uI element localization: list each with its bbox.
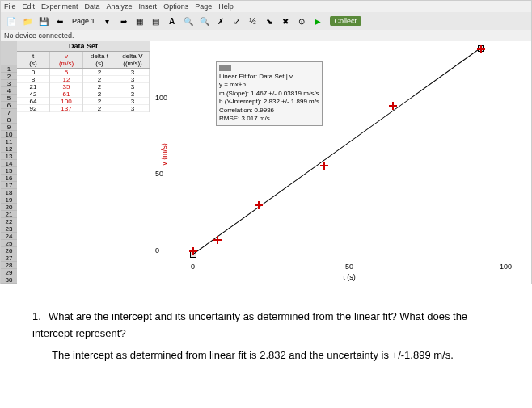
collect-button[interactable]: Collect xyxy=(330,16,362,26)
table-cell[interactable]: 21 xyxy=(17,83,49,90)
row-number[interactable]: 21 xyxy=(1,211,17,218)
table-cell[interactable]: 12 xyxy=(50,76,82,83)
table-cell[interactable]: 35 xyxy=(50,83,82,90)
row-number[interactable]: 12 xyxy=(1,145,17,153)
table-cell[interactable]: 3 xyxy=(116,69,149,76)
examine-icon[interactable]: ✗ xyxy=(213,15,228,27)
arrow-icon[interactable]: ➡ xyxy=(116,15,131,27)
menu-data[interactable]: Data xyxy=(85,2,100,11)
row-number[interactable]: 13 xyxy=(1,153,17,160)
row-number[interactable]: 28 xyxy=(1,262,17,269)
zoom-in-icon[interactable]: 🔍 xyxy=(181,15,196,27)
data-point[interactable] xyxy=(255,201,263,209)
table-cell[interactable]: 3 xyxy=(116,90,149,98)
row-number[interactable]: 29 xyxy=(1,269,17,276)
table-cell[interactable]: 3 xyxy=(116,98,149,105)
stop-icon[interactable]: ✖ xyxy=(278,15,293,27)
row-number[interactable]: 3 xyxy=(1,80,17,87)
fit-icon[interactable]: ⬊ xyxy=(262,15,277,27)
table-cell[interactable]: 2 xyxy=(83,98,116,105)
prev-page-icon[interactable]: ⬅ xyxy=(53,15,67,27)
open-icon[interactable]: 📁 xyxy=(20,15,35,27)
row-number[interactable]: 7 xyxy=(1,109,17,116)
row-number[interactable]: 2 xyxy=(1,73,17,80)
data-point[interactable] xyxy=(189,247,197,255)
fit-box-handle[interactable] xyxy=(219,65,231,71)
new-icon[interactable]: 📄 xyxy=(4,15,19,27)
row-number[interactable]: 11 xyxy=(1,138,17,145)
row-number[interactable]: 8 xyxy=(1,116,17,124)
row-number[interactable]: 20 xyxy=(1,204,17,211)
x-axis-label: t (s) xyxy=(343,273,356,281)
row-number[interactable]: 22 xyxy=(1,218,17,225)
row-number[interactable]: 19 xyxy=(1,196,17,204)
col-header-t[interactable]: t(s) xyxy=(17,52,50,68)
page-label: Page 1 xyxy=(69,17,99,25)
chart-area[interactable]: v (m/s) t (s) Linear Fit for: Data Set |… xyxy=(175,49,523,259)
question-section: 1.What are the intercept and its uncerta… xyxy=(0,284,532,393)
chart-panel[interactable]: v (m/s) t (s) Linear Fit for: Data Set |… xyxy=(150,41,531,284)
row-number[interactable]: 10 xyxy=(1,131,17,138)
table-cell[interactable]: 92 xyxy=(17,105,49,112)
col-header-v[interactable]: v(m/s) xyxy=(50,52,83,68)
table-cell[interactable]: 64 xyxy=(17,98,49,105)
tangent-icon[interactable]: ⤢ xyxy=(230,15,244,27)
row-number[interactable]: 30 xyxy=(1,276,17,284)
table-cell[interactable]: 100 xyxy=(50,98,82,105)
menu-edit[interactable]: Edit xyxy=(23,2,36,11)
table-cell[interactable]: 2 xyxy=(83,76,116,83)
graph-icon[interactable]: ▤ xyxy=(149,15,163,27)
table-cell[interactable]: 2 xyxy=(83,69,116,76)
row-number[interactable]: 9 xyxy=(1,124,17,131)
data-point[interactable] xyxy=(477,45,485,53)
table-cell[interactable]: 137 xyxy=(50,105,82,112)
row-number[interactable]: 4 xyxy=(1,87,17,95)
menu-insert[interactable]: Insert xyxy=(139,2,158,11)
row-number[interactable]: 24 xyxy=(1,233,17,240)
row-number[interactable]: 6 xyxy=(1,102,17,109)
setup-icon[interactable]: ⊙ xyxy=(294,15,309,27)
y-tick: 100 xyxy=(155,94,167,102)
menu-options[interactable]: Options xyxy=(163,2,188,11)
table-cell[interactable]: 3 xyxy=(116,83,149,90)
table-cell[interactable]: 61 xyxy=(50,90,82,98)
row-number[interactable]: 5 xyxy=(1,95,17,102)
table-cell[interactable]: 2 xyxy=(83,90,116,98)
col-header-dt[interactable]: delta t(s) xyxy=(83,52,116,68)
table-cell[interactable]: 5 xyxy=(50,69,82,76)
menu-page[interactable]: Page xyxy=(195,2,212,11)
col-header-dv[interactable]: delta-V((m/s)) xyxy=(116,52,150,68)
linear-fit-box[interactable]: Linear Fit for: Data Set | v y = mx+b m … xyxy=(216,61,323,126)
table-cell[interactable]: 2 xyxy=(83,105,116,112)
data-point[interactable] xyxy=(320,162,328,170)
stats-icon[interactable]: ½ xyxy=(246,15,260,27)
table-cell[interactable]: 3 xyxy=(116,105,149,112)
row-number[interactable]: 18 xyxy=(1,189,17,196)
data-icon[interactable]: ▦ xyxy=(133,15,147,27)
row-number[interactable]: 14 xyxy=(1,160,17,167)
next-page-icon[interactable]: ▾ xyxy=(100,15,115,27)
zoom-out-icon[interactable]: 🔍 xyxy=(197,15,212,27)
row-number[interactable]: 26 xyxy=(1,247,17,254)
table-cell[interactable]: 2 xyxy=(83,83,116,90)
menu-experiment[interactable]: Experiment xyxy=(41,2,78,11)
menu-analyze[interactable]: Analyze xyxy=(107,2,133,11)
data-point[interactable] xyxy=(213,236,222,244)
table-cell[interactable]: 3 xyxy=(116,76,149,83)
menu-file[interactable]: File xyxy=(4,2,16,11)
row-number[interactable]: 23 xyxy=(1,225,17,233)
row-number[interactable]: 16 xyxy=(1,175,17,182)
autoscale-icon[interactable]: A xyxy=(165,15,179,27)
row-number[interactable]: 15 xyxy=(1,167,17,175)
table-cell[interactable]: 42 xyxy=(17,90,49,98)
save-icon[interactable]: 💾 xyxy=(36,15,51,27)
row-number[interactable]: 25 xyxy=(1,240,17,247)
table-cell[interactable]: 8 xyxy=(17,76,49,83)
table-cell[interactable]: 0 xyxy=(17,69,49,76)
row-number[interactable]: 27 xyxy=(1,254,17,262)
row-number[interactable]: 1 xyxy=(1,65,17,73)
row-number[interactable]: 17 xyxy=(1,182,17,189)
play-icon[interactable]: ▶ xyxy=(310,15,325,27)
data-point[interactable] xyxy=(389,102,397,110)
menu-help[interactable]: Help xyxy=(218,2,234,11)
